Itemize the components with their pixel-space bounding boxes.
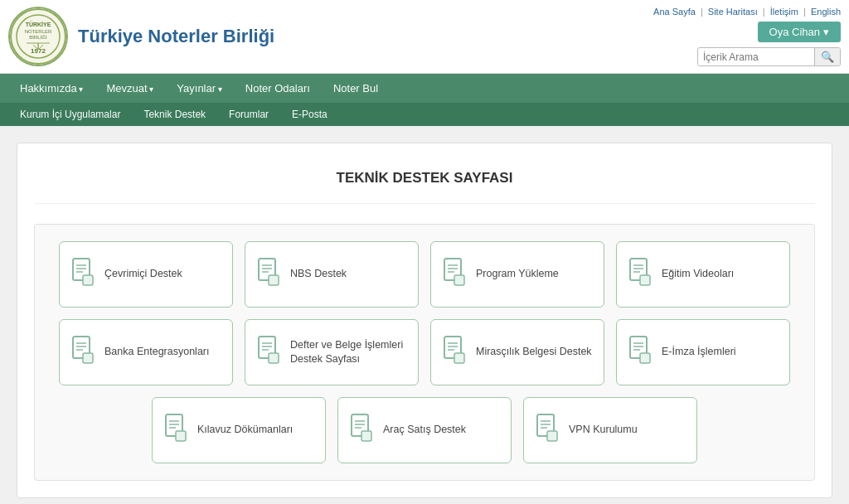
document-icon — [255, 257, 282, 293]
document-icon — [441, 335, 468, 371]
card-arac-satis-destek[interactable]: Araç Satış Destek — [337, 397, 512, 463]
document-icon — [348, 413, 375, 448]
nav-noter-odalari[interactable]: Noter Odaları — [234, 74, 322, 103]
page-title: TEKNİK DESTEK SAYFASI — [34, 160, 815, 204]
card-label: Araç Satış Destek — [383, 423, 466, 438]
card-kilavuz-dokumanlari[interactable]: Kılavuz Dökümanları — [152, 397, 326, 463]
svg-text:BİRLİĞİ: BİRLİĞİ — [29, 35, 47, 40]
header: TÜRKİYE NOTERLER BİRLİĞİ 1972 Türkiye No… — [0, 0, 849, 74]
svg-text:NOTERLER: NOTERLER — [25, 29, 52, 34]
card-label: Banka Entegrasyonları — [104, 345, 209, 360]
ana-sayfa-link[interactable]: Ana Sayfa — [653, 7, 696, 17]
svg-rect-39 — [269, 353, 279, 363]
card-label: Çevrimiçi Destek — [104, 267, 182, 282]
card-label: VPN Kurulumu — [569, 423, 638, 438]
svg-rect-54 — [176, 431, 186, 441]
cards-row-1: Çevrimiçi Destek NBS Destek Program Yükl… — [48, 241, 801, 308]
svg-rect-49 — [640, 353, 650, 363]
site-title: Türkiye Noterler Birliği — [78, 26, 653, 47]
site-haritasi-link[interactable]: Site Haritası — [708, 7, 758, 17]
top-right-section: Ana Sayfa | Site Haritası | İletişim | E… — [653, 7, 841, 66]
svg-rect-29 — [640, 275, 650, 285]
card-banka-entegrasyonlari[interactable]: Banka Entegrasyonları — [59, 319, 233, 385]
document-icon — [441, 257, 468, 293]
document-icon — [70, 257, 96, 293]
card-mirascilik-belgesi[interactable]: Mirasçılık Belgesi Destek — [430, 319, 604, 385]
iletisim-link[interactable]: İletişim — [770, 7, 798, 17]
primary-nav: Hakkımızda Mevzuat Yayınlar Noter Odalar… — [0, 74, 849, 103]
document-icon — [534, 413, 560, 448]
card-eimza-islemleri[interactable]: E-İmza İşlemleri — [616, 319, 790, 385]
document-icon — [70, 335, 96, 371]
cards-grid: Çevrimiçi Destek NBS Destek Program Yükl… — [34, 224, 815, 481]
search-input[interactable] — [698, 49, 814, 65]
svg-rect-34 — [83, 353, 93, 363]
user-name: Oya Cihan — [769, 26, 820, 38]
cards-row-3: Kılavuz Dökümanları Araç Satış Destek VP… — [48, 397, 801, 463]
document-icon — [255, 335, 282, 371]
main-content: TEKNİK DESTEK SAYFASI Çevrimiçi Destek N… — [0, 126, 849, 504]
user-menu-button[interactable]: Oya Cihan ▾ — [758, 22, 841, 42]
document-icon — [627, 257, 653, 293]
search-button[interactable]: 🔍 — [814, 48, 840, 65]
card-egitim-videolari[interactable]: Eğitim Videoları — [616, 241, 790, 308]
document-icon — [627, 335, 653, 371]
card-defter-belge[interactable]: Defter ve Belge İşlemleri Destek Sayfası — [245, 319, 419, 385]
svg-rect-19 — [269, 275, 279, 285]
card-label: Kılavuz Dökümanları — [197, 423, 293, 438]
card-label: NBS Destek — [290, 267, 347, 282]
cards-row-2: Banka Entegrasyonları Defter ve Belge İş… — [48, 319, 801, 385]
site-logo: TÜRKİYE NOTERLER BİRLİĞİ 1972 — [8, 7, 68, 66]
card-label: Program Yükleme — [476, 267, 559, 282]
document-icon — [163, 413, 189, 448]
nav-yayinlar[interactable]: Yayınlar — [165, 74, 234, 103]
card-label: Mirasçılık Belgesi Destek — [476, 345, 592, 360]
page-card: TEKNİK DESTEK SAYFASI Çevrimiçi Destek N… — [17, 143, 832, 498]
nav-noter-bul[interactable]: Noter Bul — [322, 74, 390, 103]
secondary-nav: Kurum İçi Uygulamalar Teknik Destek Foru… — [0, 103, 849, 126]
top-nav-links: Ana Sayfa | Site Haritası | İletişim | E… — [653, 7, 841, 17]
nav-kurum-ici[interactable]: Kurum İçi Uygulamalar — [8, 103, 132, 126]
search-box: 🔍 — [697, 47, 841, 66]
nav-teknik-destek[interactable]: Teknik Destek — [132, 103, 217, 126]
svg-rect-59 — [361, 431, 371, 441]
card-label: Defter ve Belge İşlemleri Destek Sayfası — [290, 338, 408, 367]
nav-hakkimizda[interactable]: Hakkımızda — [8, 74, 95, 103]
card-label: Eğitim Videoları — [662, 267, 734, 282]
english-link[interactable]: English — [811, 7, 841, 17]
nav-mevzuat[interactable]: Mevzuat — [95, 74, 165, 103]
svg-rect-24 — [454, 275, 464, 285]
nav-forumlar[interactable]: Forumlar — [217, 103, 280, 126]
svg-rect-14 — [83, 275, 93, 285]
card-label: E-İmza İşlemleri — [662, 345, 736, 360]
svg-rect-44 — [454, 353, 464, 363]
user-arrow: ▾ — [823, 26, 829, 38]
card-cevrimici-destek[interactable]: Çevrimiçi Destek — [59, 241, 233, 308]
nav-eposta[interactable]: E-Posta — [280, 103, 339, 126]
svg-text:TÜRKİYE: TÜRKİYE — [26, 21, 51, 27]
card-vpn-kurulumu[interactable]: VPN Kurulumu — [523, 397, 697, 463]
card-nbs-destek[interactable]: NBS Destek — [245, 241, 419, 308]
card-program-yukleme[interactable]: Program Yükleme — [430, 241, 604, 308]
svg-rect-64 — [547, 431, 557, 441]
